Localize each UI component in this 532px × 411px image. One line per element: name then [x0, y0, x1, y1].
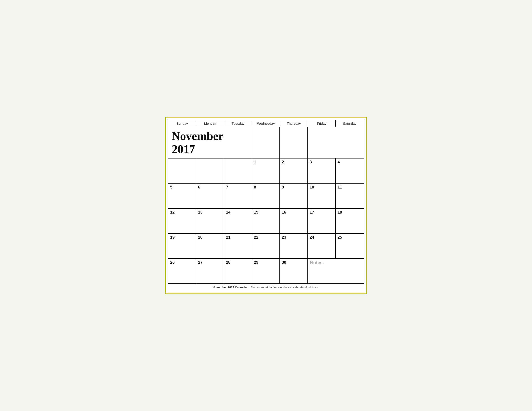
cell-day-13: 13 — [196, 209, 224, 233]
header-monday: Monday — [196, 120, 224, 127]
cell-day-18: 18 — [336, 209, 364, 233]
cell-day-3: 3 — [308, 159, 336, 183]
cell-day-29: 29 — [252, 259, 280, 283]
cell-empty-tue-w1 — [224, 159, 252, 183]
calendar-row-1: 1 2 3 4 — [168, 158, 364, 183]
cell-day-19: 19 — [168, 234, 196, 258]
header-empty-3 — [308, 127, 336, 158]
cell-day-26: 26 — [168, 259, 196, 283]
cell-day-14: 14 — [224, 209, 252, 233]
header-empty-1 — [252, 127, 280, 158]
header-wednesday: Wednesday — [252, 120, 280, 127]
cell-day-2: 2 — [280, 159, 308, 183]
header-tuesday: Tuesday — [224, 120, 252, 127]
cell-day-5: 5 — [168, 184, 196, 208]
header-thursday: Thursday — [280, 120, 308, 127]
day-headers-row: Sunday Monday Tuesday Wednesday Thursday… — [168, 120, 364, 127]
cell-day-17: 17 — [308, 209, 336, 233]
cell-empty-sun-w1 — [168, 159, 196, 183]
cell-day-25: 25 — [336, 234, 364, 258]
cell-day-16: 16 — [280, 209, 308, 233]
header-sunday: Sunday — [168, 120, 196, 127]
cell-day-23: 23 — [280, 234, 308, 258]
cell-day-7: 7 — [224, 184, 252, 208]
notes-label: Notes: — [310, 260, 324, 265]
cell-day-20: 20 — [196, 234, 224, 258]
cell-day-6: 6 — [196, 184, 224, 208]
calendar-row-header: November 2017 — [168, 127, 364, 158]
cell-day-22: 22 — [252, 234, 280, 258]
cell-day-30: 30 — [280, 259, 308, 283]
footer-calendar-label: November 2017 Calendar — [213, 286, 247, 289]
cell-day-24: 24 — [308, 234, 336, 258]
month-year-title: November 2017 — [172, 129, 248, 156]
calendar-row-2: 5 6 7 8 9 10 11 — [168, 183, 364, 208]
cell-day-4: 4 — [336, 159, 364, 183]
calendar-row-3: 12 13 14 15 16 17 18 — [168, 208, 364, 233]
calendar-row-5: 26 27 28 29 30 Notes: — [168, 258, 364, 283]
footer-find-more: Find more printable calendars at calenda… — [251, 286, 319, 289]
cell-day-12: 12 — [168, 209, 196, 233]
cell-day-15: 15 — [252, 209, 280, 233]
calendar-page: Sunday Monday Tuesday Wednesday Thursday… — [165, 117, 367, 294]
calendar-footer: November 2017 Calendar Find more printab… — [168, 286, 364, 289]
cell-day-9: 9 — [280, 184, 308, 208]
month-title-cell: November 2017 — [168, 127, 252, 158]
header-saturday: Saturday — [336, 120, 364, 127]
notes-cell: Notes: — [308, 259, 364, 283]
cell-day-8: 8 — [252, 184, 280, 208]
calendar-row-4: 19 20 21 22 23 24 25 — [168, 233, 364, 258]
header-empty-2 — [280, 127, 308, 158]
header-friday: Friday — [308, 120, 336, 127]
cell-day-1: 1 — [252, 159, 280, 183]
cell-day-11: 11 — [336, 184, 364, 208]
cell-day-28: 28 — [224, 259, 252, 283]
cell-day-10: 10 — [308, 184, 336, 208]
cell-day-21: 21 — [224, 234, 252, 258]
cell-empty-mon-w1 — [196, 159, 224, 183]
calendar-grid: November 2017 1 2 3 4 5 6 7 8 9 10 11 — [168, 127, 364, 284]
cell-day-27: 27 — [196, 259, 224, 283]
